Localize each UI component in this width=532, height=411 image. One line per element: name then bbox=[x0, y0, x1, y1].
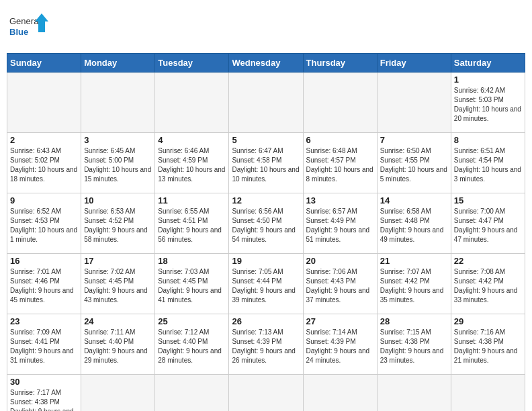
day-info: Sunrise: 7:01 AM Sunset: 4:46 PM Dayligh… bbox=[10, 267, 78, 305]
day-info: Sunrise: 7:13 AM Sunset: 4:39 PM Dayligh… bbox=[232, 328, 300, 365]
calendar-day: 27Sunrise: 7:14 AM Sunset: 4:39 PM Dayli… bbox=[303, 314, 377, 375]
day-number: 14 bbox=[380, 195, 448, 205]
day-info: Sunrise: 7:00 AM Sunset: 4:47 PM Dayligh… bbox=[454, 207, 522, 244]
calendar-day: 4Sunrise: 6:46 AM Sunset: 4:59 PM Daylig… bbox=[155, 133, 229, 193]
day-number: 21 bbox=[380, 256, 448, 266]
day-number: 29 bbox=[454, 316, 522, 326]
calendar-day: 28Sunrise: 7:15 AM Sunset: 4:38 PM Dayli… bbox=[377, 314, 451, 375]
day-number: 13 bbox=[306, 195, 374, 205]
calendar-day: 2Sunrise: 6:43 AM Sunset: 5:02 PM Daylig… bbox=[7, 133, 81, 193]
day-header-sunday: Sunday bbox=[7, 54, 81, 73]
day-number: 3 bbox=[84, 135, 152, 145]
day-number: 6 bbox=[306, 135, 374, 145]
calendar-day bbox=[451, 375, 525, 412]
calendar-day: 25Sunrise: 7:12 AM Sunset: 4:40 PM Dayli… bbox=[155, 314, 229, 375]
day-number: 16 bbox=[10, 256, 78, 266]
day-number: 8 bbox=[454, 135, 522, 145]
day-info: Sunrise: 7:15 AM Sunset: 4:38 PM Dayligh… bbox=[380, 328, 448, 365]
day-info: Sunrise: 7:05 AM Sunset: 4:44 PM Dayligh… bbox=[232, 267, 300, 305]
calendar-day: 17Sunrise: 7:02 AM Sunset: 4:45 PM Dayli… bbox=[81, 254, 155, 314]
day-info: Sunrise: 6:55 AM Sunset: 4:51 PM Dayligh… bbox=[158, 207, 226, 244]
logo: General Blue bbox=[9, 12, 50, 42]
day-number: 27 bbox=[306, 316, 374, 326]
day-header-wednesday: Wednesday bbox=[229, 54, 303, 73]
day-info: Sunrise: 6:46 AM Sunset: 4:59 PM Dayligh… bbox=[158, 146, 226, 184]
day-header-thursday: Thursday bbox=[303, 54, 377, 73]
day-info: Sunrise: 6:56 AM Sunset: 4:50 PM Dayligh… bbox=[232, 207, 300, 244]
calendar-day: 12Sunrise: 6:56 AM Sunset: 4:50 PM Dayli… bbox=[229, 193, 303, 254]
day-info: Sunrise: 7:11 AM Sunset: 4:40 PM Dayligh… bbox=[84, 328, 152, 365]
calendar-day bbox=[7, 73, 81, 133]
day-header-tuesday: Tuesday bbox=[155, 54, 229, 73]
calendar-week-1: 1Sunrise: 6:42 AM Sunset: 5:03 PM Daylig… bbox=[7, 73, 525, 133]
calendar-day: 20Sunrise: 7:06 AM Sunset: 4:43 PM Dayli… bbox=[303, 254, 377, 314]
calendar-day: 5Sunrise: 6:47 AM Sunset: 4:58 PM Daylig… bbox=[229, 133, 303, 193]
day-info: Sunrise: 7:16 AM Sunset: 4:38 PM Dayligh… bbox=[454, 328, 522, 365]
day-number: 24 bbox=[84, 316, 152, 326]
day-info: Sunrise: 6:42 AM Sunset: 5:03 PM Dayligh… bbox=[454, 86, 522, 124]
calendar-day: 30Sunrise: 7:17 AM Sunset: 4:38 PM Dayli… bbox=[7, 375, 81, 412]
day-number: 20 bbox=[306, 256, 374, 266]
svg-text:Blue: Blue bbox=[9, 27, 28, 37]
calendar-header-row: SundayMondayTuesdayWednesdayThursdayFrid… bbox=[7, 54, 525, 73]
day-info: Sunrise: 6:51 AM Sunset: 4:54 PM Dayligh… bbox=[454, 146, 522, 184]
calendar-week-2: 2Sunrise: 6:43 AM Sunset: 5:02 PM Daylig… bbox=[7, 133, 525, 193]
calendar-week-5: 23Sunrise: 7:09 AM Sunset: 4:41 PM Dayli… bbox=[7, 314, 525, 375]
calendar-day: 11Sunrise: 6:55 AM Sunset: 4:51 PM Dayli… bbox=[155, 193, 229, 254]
calendar-day: 18Sunrise: 7:03 AM Sunset: 4:45 PM Dayli… bbox=[155, 254, 229, 314]
calendar-week-4: 16Sunrise: 7:01 AM Sunset: 4:46 PM Dayli… bbox=[7, 254, 525, 314]
day-header-saturday: Saturday bbox=[451, 54, 525, 73]
day-number: 23 bbox=[10, 316, 78, 326]
day-number: 1 bbox=[454, 75, 522, 85]
day-number: 25 bbox=[158, 316, 226, 326]
calendar-day: 22Sunrise: 7:08 AM Sunset: 4:42 PM Dayli… bbox=[451, 254, 525, 314]
day-number: 17 bbox=[84, 256, 152, 266]
day-info: Sunrise: 6:57 AM Sunset: 4:49 PM Dayligh… bbox=[306, 207, 374, 244]
day-number: 30 bbox=[10, 377, 78, 387]
day-number: 28 bbox=[380, 316, 448, 326]
day-number: 5 bbox=[232, 135, 300, 145]
day-number: 4 bbox=[158, 135, 226, 145]
calendar-day: 10Sunrise: 6:53 AM Sunset: 4:52 PM Dayli… bbox=[81, 193, 155, 254]
calendar-week-6: 30Sunrise: 7:17 AM Sunset: 4:38 PM Dayli… bbox=[7, 375, 525, 412]
calendar-day: 1Sunrise: 6:42 AM Sunset: 5:03 PM Daylig… bbox=[451, 73, 525, 133]
calendar-day: 15Sunrise: 7:00 AM Sunset: 4:47 PM Dayli… bbox=[451, 193, 525, 254]
calendar-day bbox=[303, 73, 377, 133]
calendar-day: 6Sunrise: 6:48 AM Sunset: 4:57 PM Daylig… bbox=[303, 133, 377, 193]
day-header-monday: Monday bbox=[81, 54, 155, 73]
calendar-day: 21Sunrise: 7:07 AM Sunset: 4:42 PM Dayli… bbox=[377, 254, 451, 314]
day-info: Sunrise: 7:17 AM Sunset: 4:38 PM Dayligh… bbox=[10, 388, 78, 411]
day-number: 7 bbox=[380, 135, 448, 145]
day-info: Sunrise: 7:02 AM Sunset: 4:45 PM Dayligh… bbox=[84, 267, 152, 305]
calendar-day: 3Sunrise: 6:45 AM Sunset: 5:00 PM Daylig… bbox=[81, 133, 155, 193]
calendar-day: 16Sunrise: 7:01 AM Sunset: 4:46 PM Dayli… bbox=[7, 254, 81, 314]
calendar-day: 26Sunrise: 7:13 AM Sunset: 4:39 PM Dayli… bbox=[229, 314, 303, 375]
day-number: 15 bbox=[454, 195, 522, 205]
logo-svg: General Blue bbox=[9, 12, 50, 42]
calendar-day bbox=[155, 73, 229, 133]
calendar-day: 8Sunrise: 6:51 AM Sunset: 4:54 PM Daylig… bbox=[451, 133, 525, 193]
day-number: 18 bbox=[158, 256, 226, 266]
calendar-day bbox=[81, 375, 155, 412]
day-number: 10 bbox=[84, 195, 152, 205]
calendar-day bbox=[377, 375, 451, 412]
calendar-day: 23Sunrise: 7:09 AM Sunset: 4:41 PM Dayli… bbox=[7, 314, 81, 375]
day-info: Sunrise: 6:43 AM Sunset: 5:02 PM Dayligh… bbox=[10, 146, 78, 184]
day-info: Sunrise: 7:14 AM Sunset: 4:39 PM Dayligh… bbox=[306, 328, 374, 365]
day-info: Sunrise: 7:06 AM Sunset: 4:43 PM Dayligh… bbox=[306, 267, 374, 305]
calendar-day: 13Sunrise: 6:57 AM Sunset: 4:49 PM Dayli… bbox=[303, 193, 377, 254]
day-number: 9 bbox=[10, 195, 78, 205]
day-info: Sunrise: 7:08 AM Sunset: 4:42 PM Dayligh… bbox=[454, 267, 522, 305]
day-number: 26 bbox=[232, 316, 300, 326]
day-info: Sunrise: 6:53 AM Sunset: 4:52 PM Dayligh… bbox=[84, 207, 152, 244]
calendar: SundayMondayTuesdayWednesdayThursdayFrid… bbox=[7, 53, 525, 411]
day-number: 2 bbox=[10, 135, 78, 145]
day-info: Sunrise: 7:09 AM Sunset: 4:41 PM Dayligh… bbox=[10, 328, 78, 365]
day-number: 11 bbox=[158, 195, 226, 205]
calendar-day: 29Sunrise: 7:16 AM Sunset: 4:38 PM Dayli… bbox=[451, 314, 525, 375]
day-info: Sunrise: 6:50 AM Sunset: 4:55 PM Dayligh… bbox=[380, 146, 448, 184]
day-info: Sunrise: 6:52 AM Sunset: 4:53 PM Dayligh… bbox=[10, 207, 78, 244]
calendar-day bbox=[229, 375, 303, 412]
calendar-day: 19Sunrise: 7:05 AM Sunset: 4:44 PM Dayli… bbox=[229, 254, 303, 314]
day-info: Sunrise: 6:48 AM Sunset: 4:57 PM Dayligh… bbox=[306, 146, 374, 184]
